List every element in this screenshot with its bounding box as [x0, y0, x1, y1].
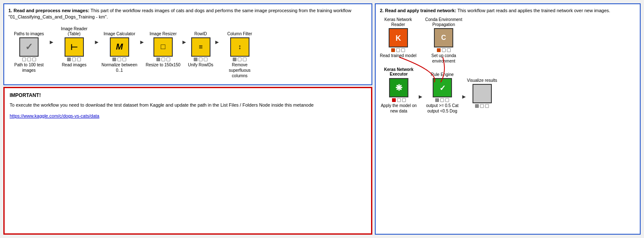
- svg-text:K: K: [395, 34, 401, 42]
- node-paths[interactable]: Paths to images ✓ Path to 100 test image…: [10, 26, 48, 73]
- port: [440, 98, 444, 102]
- port: [22, 58, 26, 61]
- important-box: IMPORTANT! To execute the workflow you n…: [3, 87, 372, 235]
- rule-engine-icon-svg: ✓: [436, 81, 449, 94]
- right-panel: 2. Read and apply trained network: This …: [375, 3, 641, 235]
- keras-exec-icon-svg: ❋: [392, 81, 405, 94]
- node-rowid-icon[interactable]: ≡: [191, 37, 210, 57]
- node-paths-bottom-label: Path to 100 test images: [10, 62, 48, 73]
- main-container: 1. Read and preprocess new images: This …: [0, 0, 644, 238]
- node-image-calc-bottom-label: Normalize between 0..1: [101, 62, 138, 73]
- section1-box: 1. Read and preprocess new images: This …: [3, 3, 372, 85]
- port: [392, 98, 396, 102]
- node-keras-reader-top-label: Keras Network Reader: [382, 17, 415, 27]
- arrow5: [214, 26, 220, 46]
- node-conda-ports: [437, 48, 451, 52]
- port: [199, 58, 203, 61]
- section2-row1: Keras Network Reader K Read trained mode…: [380, 17, 636, 64]
- arrow-exec-rule: [418, 81, 423, 100]
- node-visualize-top-label: Visualize results: [467, 73, 497, 83]
- node-keras-exec[interactable]: Keras NetworkExecutor ❋ Apply the model …: [380, 67, 418, 114]
- node-image-resizer-bottom-label: Resize to 150x150: [146, 62, 181, 68]
- port: [397, 98, 401, 102]
- section1-title-bold: 1. Read and preprocess new images:: [8, 8, 89, 13]
- node-paths-ports: [22, 58, 36, 61]
- node-rowid[interactable]: RowID ≡ Unify RowIDs: [188, 26, 213, 68]
- port: [112, 58, 116, 61]
- port: [166, 58, 170, 61]
- port: [32, 58, 36, 61]
- node-image-reader-icon[interactable]: ⊢: [65, 37, 84, 57]
- arrow3: [139, 26, 145, 46]
- port: [204, 58, 208, 61]
- node-conda[interactable]: Conda Environment Propagation C Set up c…: [425, 17, 462, 64]
- section2-title: 2. Read and apply trained network: This …: [380, 8, 636, 14]
- node-rule-engine-top-label: Rule Engine: [431, 67, 454, 77]
- node-col-filter-top-label: Column Filter: [227, 26, 252, 37]
- port: [435, 98, 439, 102]
- keras-icon-svg: K: [392, 31, 405, 44]
- node-visualize-icon[interactable]: [473, 84, 492, 103]
- node-image-resizer-ports: [156, 58, 170, 61]
- port: [480, 104, 484, 108]
- node-rule-engine-icon[interactable]: ✓: [433, 78, 452, 97]
- port: [77, 58, 81, 61]
- port: [194, 58, 197, 61]
- port: [391, 48, 395, 52]
- node-rule-engine-ports: [435, 98, 449, 102]
- port: [445, 98, 449, 102]
- node-image-resizer[interactable]: Image Resizer □ Resize to 150x150: [146, 26, 181, 68]
- node-image-resizer-top-label: Image Resizer: [150, 26, 177, 37]
- port: [447, 48, 451, 52]
- port: [238, 58, 242, 61]
- node-paths-icon[interactable]: ✓: [19, 37, 39, 57]
- port: [401, 48, 405, 52]
- arrow4: [181, 26, 187, 46]
- node-rule-engine-bottom-label: output >= 0.5 Cat output <0.5 Dog: [423, 103, 461, 114]
- node-visualize-ports: [475, 104, 489, 108]
- left-panel: 1. Read and preprocess new images: This …: [3, 3, 372, 235]
- node-visualize[interactable]: Visualize results: [467, 73, 497, 108]
- node-image-reader-top-label: Image Reader (Table): [55, 26, 93, 37]
- node-image-calc[interactable]: Image Calculator M Normalize between 0..…: [101, 26, 138, 73]
- important-text-1: To execute the workflow you need to down…: [10, 102, 366, 109]
- port: [437, 48, 441, 52]
- node-col-filter-bottom-label: Remove superfluous columns: [221, 62, 259, 78]
- node-image-reader-bottom-label: Read images: [62, 62, 86, 68]
- port: [442, 48, 446, 52]
- port: [117, 58, 121, 61]
- port: [402, 98, 406, 102]
- node-rowid-ports: [194, 58, 208, 61]
- workflow-area: Paths to images ✓ Path to 100 test image…: [8, 24, 367, 81]
- node-conda-bottom-label: Set up conda environment: [425, 53, 462, 64]
- node-keras-reader[interactable]: Keras Network Reader K Read trained mode…: [380, 17, 416, 58]
- node-paths-top-label: Paths to images: [14, 26, 44, 37]
- node-image-reader[interactable]: Image Reader (Table) ⊢ Read images: [55, 26, 93, 68]
- arrow2: [94, 26, 100, 46]
- arrow1: [49, 26, 55, 46]
- node-keras-reader-ports: [391, 48, 405, 52]
- node-rowid-bottom-label: Unify RowIDs: [188, 62, 213, 68]
- node-image-calc-icon[interactable]: M: [110, 37, 129, 57]
- port: [72, 58, 76, 61]
- port: [485, 104, 489, 108]
- section2-workflow: Keras Network Reader K Read trained mode…: [380, 17, 636, 114]
- port: [156, 58, 160, 61]
- node-image-resizer-icon[interactable]: □: [153, 37, 173, 57]
- node-col-filter[interactable]: Column Filter ↕ Remove superfluous colum…: [221, 26, 259, 78]
- important-link[interactable]: https://www.kaggle.com/c/dogs-vs-cats/da…: [10, 113, 99, 118]
- port: [243, 58, 247, 61]
- port: [27, 58, 31, 61]
- node-col-filter-icon[interactable]: ↕: [230, 37, 249, 57]
- node-keras-exec-ports: [392, 98, 406, 102]
- node-rule-engine[interactable]: Rule Engine ✓ output >= 0.5 Cat output <…: [423, 67, 461, 114]
- important-title: IMPORTANT!: [10, 92, 366, 98]
- node-keras-exec-icon[interactable]: ❋: [389, 78, 408, 97]
- node-keras-exec-top-label: Keras NetworkExecutor: [384, 67, 413, 76]
- port: [233, 58, 236, 61]
- node-image-reader-ports: [67, 58, 81, 61]
- port: [67, 58, 71, 61]
- node-keras-reader-icon[interactable]: K: [389, 28, 408, 47]
- node-conda-icon[interactable]: C: [434, 28, 453, 47]
- section2-title-text: This workflow part reads and applies the…: [456, 8, 610, 13]
